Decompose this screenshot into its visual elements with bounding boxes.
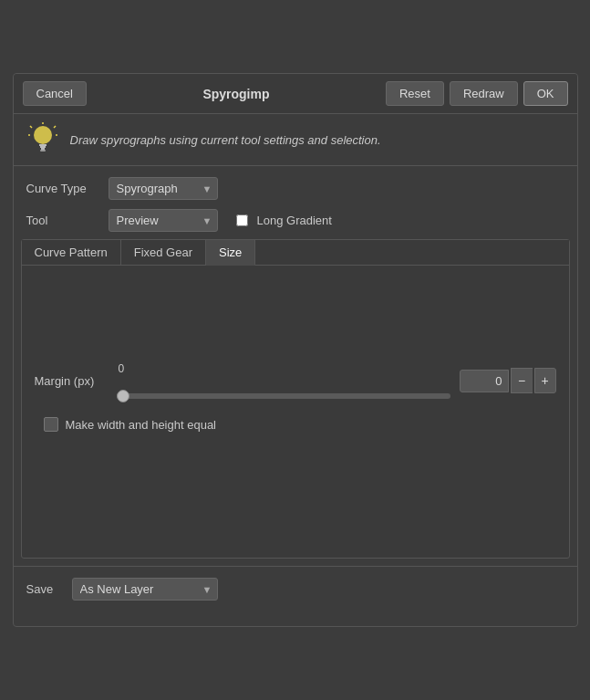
margin-decrement-button[interactable]: − (511, 368, 533, 393)
curve-type-wrapper: Spyrograph Epitrochoid Sine Curve Lissaj… (109, 177, 218, 200)
equal-size-label: Make width and height equal (66, 418, 217, 432)
tabs-panel: Curve Pattern Fixed Gear Size Margin (px… (21, 239, 570, 559)
cancel-button[interactable]: Cancel (23, 81, 87, 106)
margin-row: Margin (px) 0 − + (35, 362, 556, 399)
bottom-padding (14, 611, 577, 626)
toolbar-left: Cancel (23, 81, 87, 106)
curve-type-label: Curve Type (26, 182, 99, 195)
tool-wrapper: Preview Paint Pencil Airbrush ▼ (109, 209, 218, 232)
svg-point-0 (34, 126, 52, 144)
slider-container: 0 (117, 362, 450, 399)
equal-size-checkbox[interactable] (44, 417, 58, 432)
toolbar-right: Reset Redraw OK (386, 81, 568, 106)
curve-type-row: Curve Type Spyrograph Epitrochoid Sine C… (26, 177, 564, 200)
save-wrapper: As New Layer New Image Clipboard ▼ (72, 578, 218, 601)
tab-curve-pattern[interactable]: Curve Pattern (22, 240, 121, 265)
curve-type-select[interactable]: Spyrograph Epitrochoid Sine Curve Lissaj… (109, 177, 218, 200)
tool-label: Tool (26, 214, 99, 227)
tab-fixed-gear[interactable]: Fixed Gear (121, 240, 206, 265)
reset-button[interactable]: Reset (386, 81, 444, 106)
svg-rect-6 (40, 150, 46, 151)
lightbulb-icon (26, 123, 59, 156)
save-label: Save (26, 582, 63, 596)
long-gradient-checkbox[interactable] (236, 214, 248, 226)
tab-size[interactable]: Size (206, 240, 255, 266)
margin-spinner-input[interactable] (460, 370, 509, 392)
svg-line-2 (30, 126, 32, 128)
tab-size-content: Margin (px) 0 − + Make width and height … (22, 266, 569, 558)
slider-above-label: 0 (119, 362, 450, 375)
settings: Curve Type Spyrograph Epitrochoid Sine C… (14, 166, 577, 239)
dialog: Cancel Spyrogimp Reset Redraw OK Dr (13, 73, 578, 627)
dialog-title: Spyrogimp (202, 87, 269, 101)
toolbar: Cancel Spyrogimp Reset Redraw OK (14, 74, 577, 114)
info-row: Draw spyrographs using current tool sett… (14, 114, 577, 166)
redraw-button[interactable]: Redraw (450, 81, 518, 106)
tabs-header: Curve Pattern Fixed Gear Size (22, 240, 569, 266)
margin-increment-button[interactable]: + (534, 368, 556, 393)
equal-size-row: Make width and height equal (44, 417, 556, 432)
svg-line-3 (54, 126, 56, 128)
margin-label: Margin (px) (35, 374, 108, 388)
tool-select[interactable]: Preview Paint Pencil Airbrush (109, 209, 218, 232)
spinner-group: − + (460, 368, 556, 393)
ok-button[interactable]: OK (523, 81, 568, 106)
margin-slider[interactable] (117, 393, 450, 399)
save-row: Save As New Layer New Image Clipboard ▼ (14, 566, 577, 611)
long-gradient-label: Long Gradient (257, 214, 332, 227)
tool-row: Tool Preview Paint Pencil Airbrush ▼ Lon… (26, 209, 564, 232)
info-text: Draw spyrographs using current tool sett… (70, 133, 381, 147)
save-select[interactable]: As New Layer New Image Clipboard (72, 578, 218, 601)
